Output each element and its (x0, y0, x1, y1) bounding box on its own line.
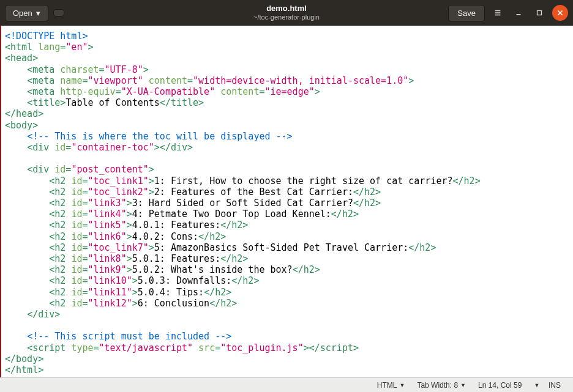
new-tab-button[interactable] (53, 9, 64, 17)
filepath-label: ~/toc-generator-plugin (253, 13, 320, 21)
cursor-position[interactable]: Ln 14, Col 59 (472, 381, 528, 390)
chevron-down-icon: ▼ (460, 382, 466, 388)
language-selector[interactable]: HTML ▼ (371, 381, 411, 390)
insert-mode[interactable]: ▼ INS (528, 381, 567, 390)
insert-label: INS (549, 381, 561, 390)
statusbar: HTML ▼ Tab Width: 8 ▼ Ln 14, Col 59 ▼ IN… (0, 377, 573, 392)
save-button[interactable]: Save (448, 5, 485, 21)
close-icon (556, 9, 564, 17)
filename-label: demo.html (253, 4, 320, 13)
open-button[interactable]: Open ▾ (5, 5, 48, 21)
language-label: HTML (377, 381, 397, 390)
chevron-down-icon: ▾ (36, 9, 40, 18)
maximize-icon (535, 9, 544, 17)
hamburger-menu-button[interactable] (490, 5, 506, 21)
maximize-button[interactable] (531, 5, 547, 21)
chevron-down-icon: ▼ (534, 382, 539, 388)
cursor-label: Ln 14, Col 59 (478, 381, 522, 390)
code-editor[interactable]: <!DOCTYPE html> <html lang="en"> <head> … (0, 26, 573, 377)
titlebar: Open ▾ demo.html ~/toc-generator-plugin … (0, 0, 573, 26)
minimize-button[interactable] (511, 5, 526, 21)
close-button[interactable] (552, 5, 568, 21)
minimize-icon (514, 9, 523, 17)
svg-rect-1 (537, 11, 542, 15)
tab-width-selector[interactable]: Tab Width: 8 ▼ (411, 381, 472, 390)
doctype: <!DOCTYPE html> (5, 31, 88, 42)
hamburger-icon (493, 9, 502, 17)
open-label: Open (13, 9, 32, 18)
title-area: demo.html ~/toc-generator-plugin (253, 4, 320, 21)
tab-width-label: Tab Width: 8 (417, 381, 458, 390)
chevron-down-icon: ▼ (399, 382, 405, 388)
